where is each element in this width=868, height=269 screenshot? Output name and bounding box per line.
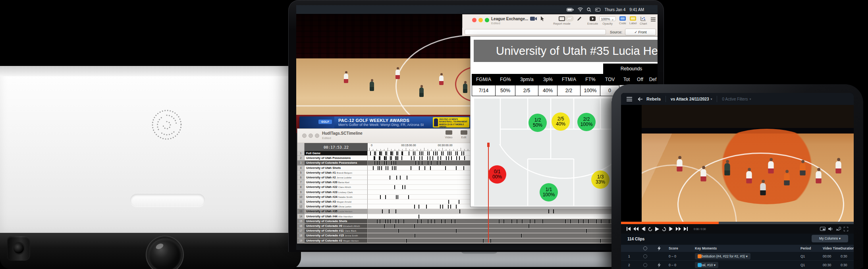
clip-instance-mark[interactable] (441, 151, 442, 155)
more-tools-button[interactable] (651, 17, 656, 22)
replay-forward-icon[interactable] (662, 227, 666, 231)
row-label[interactable]: University of Utah Possessions (305, 156, 368, 161)
clip-instance-mark[interactable] (422, 151, 423, 155)
clip-instance-mark[interactable] (503, 219, 504, 223)
clip-instance-mark[interactable] (548, 209, 549, 213)
clip-instance-mark[interactable] (388, 166, 388, 170)
score-column-header[interactable]: Score (669, 245, 678, 252)
clip-instance-mark[interactable] (395, 156, 396, 160)
key-moment-chip[interactable]: Steal, #10 ▾ (695, 262, 718, 268)
select-tool[interactable] (540, 16, 544, 22)
clip-instance-mark[interactable] (384, 156, 385, 160)
skip-end-icon[interactable] (684, 227, 688, 231)
search-icon[interactable] (587, 8, 591, 12)
menubar-time[interactable]: 9:41 AM (629, 8, 644, 12)
script-input[interactable] (465, 29, 606, 35)
zoom-window-icon[interactable] (485, 18, 489, 22)
clip-instance-mark[interactable] (421, 219, 422, 223)
row-label[interactable]: University of Colorado #15 Jenna Smith (305, 233, 368, 238)
clip-instance-mark[interactable] (377, 161, 378, 165)
clip-instance-mark[interactable] (434, 219, 435, 223)
clip-instance-mark[interactable] (438, 156, 438, 160)
clip-instance-mark[interactable] (578, 219, 579, 223)
zoom-window-icon[interactable] (315, 134, 319, 138)
clip-instance-mark[interactable] (382, 209, 383, 213)
clip-instance-mark[interactable] (588, 219, 589, 223)
clip-instance-mark[interactable] (397, 151, 398, 155)
clip-instance-mark[interactable] (426, 205, 427, 209)
clip-instance-mark[interactable] (419, 166, 420, 170)
game-selector[interactable]: vs Attack 24/11/2023 (671, 97, 709, 101)
skip-start-icon[interactable] (627, 227, 631, 231)
clip-instance-mark[interactable] (400, 176, 401, 180)
source-select[interactable]: ✓ Front (625, 29, 656, 35)
clip-instance-mark[interactable] (609, 219, 610, 223)
clip-instance-mark[interactable] (455, 219, 455, 223)
row-label[interactable]: University of Utah #23 Lindsey Clark (305, 190, 368, 195)
clip-instance-mark[interactable] (402, 151, 403, 155)
row-label[interactable]: University of Utah #1 Brandi Belgum (305, 170, 368, 175)
opacity-control[interactable]: 100% ⌄ Opacity (599, 16, 616, 25)
timeline-row[interactable]: 17University of Colorado #11 Clare Blark (297, 228, 657, 233)
clip-instance-mark[interactable] (380, 219, 380, 223)
clip-instance-mark[interactable] (405, 185, 405, 189)
clip-instance-mark[interactable] (463, 151, 464, 155)
clip-instance-mark[interactable] (411, 156, 412, 160)
label-button[interactable]: Label (629, 16, 637, 25)
clip-instance-mark[interactable] (570, 219, 571, 223)
clip-instance-mark[interactable] (384, 224, 385, 228)
edit-button[interactable]: Edit (457, 130, 471, 139)
clip-instance-mark[interactable] (483, 239, 484, 243)
clip-instance-mark[interactable] (414, 156, 415, 160)
row-label[interactable]: University of Utah #34 Olivia Larkin (305, 204, 368, 209)
clip-instance-mark[interactable] (445, 166, 446, 170)
clip-instance-mark[interactable] (450, 205, 451, 209)
row-label[interactable]: University of Colorado Shots (305, 219, 368, 224)
clip-instance-mark[interactable] (448, 205, 449, 209)
clip-instance-mark[interactable] (440, 161, 441, 165)
row-label[interactable]: University of Utah Shots (305, 166, 368, 170)
clip-instance-mark[interactable] (451, 151, 451, 155)
clip-instance-mark[interactable] (459, 200, 459, 204)
video-time-column-header[interactable]: Video Time (823, 245, 841, 252)
clip-instance-mark[interactable] (456, 205, 457, 209)
timeline-playhead[interactable] (488, 143, 489, 243)
clip-instance-mark[interactable] (435, 151, 436, 155)
clip-instance-mark[interactable] (374, 161, 375, 165)
timeline-row[interactable]: 19University of Colorado #2 Megan Henton (297, 238, 657, 243)
clip-instance-mark[interactable] (600, 239, 601, 243)
control-center-icon[interactable] (595, 8, 600, 12)
clip-instance-mark[interactable] (417, 219, 418, 223)
clip-instance-mark[interactable] (542, 219, 543, 223)
clip-instance-mark[interactable] (490, 239, 491, 243)
execute-button[interactable]: Execute (587, 16, 598, 25)
clip-instance-mark[interactable] (427, 151, 428, 155)
clip-instance-mark[interactable] (379, 161, 380, 165)
clip-instance-mark[interactable] (451, 156, 452, 160)
clip-instance-mark[interactable] (457, 151, 458, 155)
clip-instance-mark[interactable] (565, 219, 566, 223)
row-label[interactable]: University of Colorado #2 Megan Henton (305, 238, 368, 243)
replay-back-icon[interactable] (648, 227, 652, 231)
row-label[interactable]: University of Colorado #11 Clare Blark (305, 228, 368, 233)
clip-instance-mark[interactable] (380, 156, 380, 160)
clip-instance-mark[interactable] (385, 156, 386, 160)
clip-instance-mark[interactable] (448, 156, 449, 160)
clip-instance-mark[interactable] (397, 156, 398, 160)
clip-instance-mark[interactable] (461, 151, 462, 155)
clip-instance-mark[interactable] (428, 219, 428, 223)
clip-instance-mark[interactable] (402, 185, 403, 189)
shot-zone-bubble[interactable]: 2/2100% (577, 113, 596, 131)
clip-instance-mark[interactable] (463, 166, 464, 170)
clip-instance-mark[interactable] (385, 195, 386, 199)
clip-instance-mark[interactable] (449, 151, 450, 155)
clip-instance-mark[interactable] (381, 166, 382, 170)
clip-instance-mark[interactable] (427, 156, 428, 160)
timeline-row[interactable]: 16University of Colorado #0 Elizabeth Al… (297, 224, 657, 228)
clip-instance-mark[interactable] (456, 229, 457, 233)
clip-instance-mark[interactable] (395, 219, 396, 223)
back-arrow-icon[interactable] (638, 97, 642, 101)
capture-tool[interactable] (530, 16, 537, 22)
fullscreen-icon[interactable] (844, 227, 848, 231)
pip-icon[interactable] (820, 227, 826, 231)
